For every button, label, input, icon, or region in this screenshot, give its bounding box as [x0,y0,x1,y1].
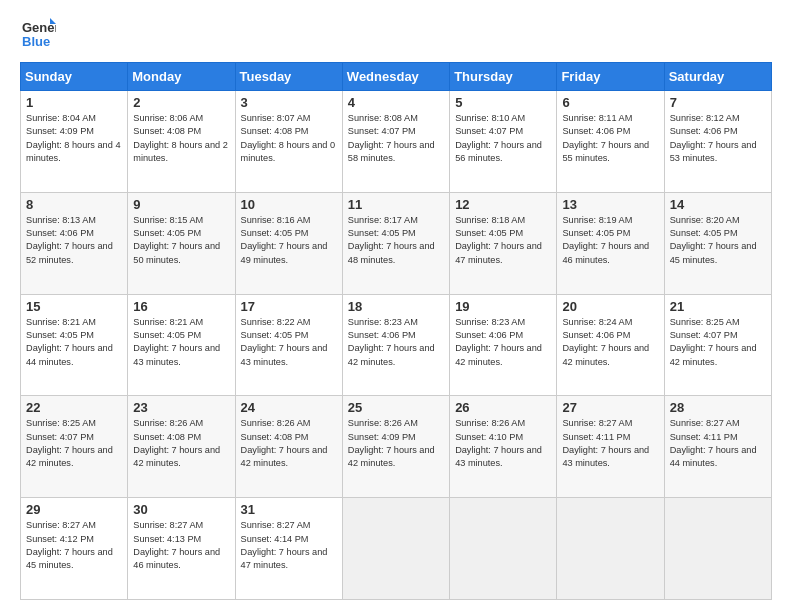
calendar-cell: 20Sunrise: 8:24 AMSunset: 4:06 PMDayligh… [557,294,664,396]
day-info: Sunrise: 8:17 AMSunset: 4:05 PMDaylight:… [348,214,444,267]
calendar-cell: 17Sunrise: 8:22 AMSunset: 4:05 PMDayligh… [235,294,342,396]
day-info: Sunrise: 8:08 AMSunset: 4:07 PMDaylight:… [348,112,444,165]
calendar-cell: 11Sunrise: 8:17 AMSunset: 4:05 PMDayligh… [342,192,449,294]
day-header-sunday: Sunday [21,63,128,91]
day-number: 29 [26,502,122,517]
calendar-cell: 19Sunrise: 8:23 AMSunset: 4:06 PMDayligh… [450,294,557,396]
day-number: 14 [670,197,766,212]
day-header-wednesday: Wednesday [342,63,449,91]
calendar-cell: 4Sunrise: 8:08 AMSunset: 4:07 PMDaylight… [342,91,449,193]
day-info: Sunrise: 8:11 AMSunset: 4:06 PMDaylight:… [562,112,658,165]
day-header-tuesday: Tuesday [235,63,342,91]
day-number: 4 [348,95,444,110]
day-number: 1 [26,95,122,110]
calendar-cell: 3Sunrise: 8:07 AMSunset: 4:08 PMDaylight… [235,91,342,193]
calendar-cell: 12Sunrise: 8:18 AMSunset: 4:05 PMDayligh… [450,192,557,294]
day-info: Sunrise: 8:20 AMSunset: 4:05 PMDaylight:… [670,214,766,267]
day-number: 8 [26,197,122,212]
svg-text:Blue: Blue [22,34,50,49]
day-header-monday: Monday [128,63,235,91]
day-info: Sunrise: 8:27 AMSunset: 4:11 PMDaylight:… [562,417,658,470]
day-info: Sunrise: 8:04 AMSunset: 4:09 PMDaylight:… [26,112,122,165]
day-info: Sunrise: 8:10 AMSunset: 4:07 PMDaylight:… [455,112,551,165]
day-header-thursday: Thursday [450,63,557,91]
calendar-header-row: SundayMondayTuesdayWednesdayThursdayFrid… [21,63,772,91]
day-number: 22 [26,400,122,415]
day-number: 21 [670,299,766,314]
day-info: Sunrise: 8:27 AMSunset: 4:12 PMDaylight:… [26,519,122,572]
day-number: 13 [562,197,658,212]
calendar-week-1: 8Sunrise: 8:13 AMSunset: 4:06 PMDaylight… [21,192,772,294]
day-info: Sunrise: 8:24 AMSunset: 4:06 PMDaylight:… [562,316,658,369]
calendar-cell: 6Sunrise: 8:11 AMSunset: 4:06 PMDaylight… [557,91,664,193]
calendar-cell: 5Sunrise: 8:10 AMSunset: 4:07 PMDaylight… [450,91,557,193]
calendar-cell: 2Sunrise: 8:06 AMSunset: 4:08 PMDaylight… [128,91,235,193]
calendar-cell [342,498,449,600]
day-number: 24 [241,400,337,415]
day-info: Sunrise: 8:26 AMSunset: 4:08 PMDaylight:… [241,417,337,470]
calendar-cell: 23Sunrise: 8:26 AMSunset: 4:08 PMDayligh… [128,396,235,498]
calendar-cell: 25Sunrise: 8:26 AMSunset: 4:09 PMDayligh… [342,396,449,498]
day-info: Sunrise: 8:21 AMSunset: 4:05 PMDaylight:… [133,316,229,369]
day-number: 19 [455,299,551,314]
day-header-friday: Friday [557,63,664,91]
day-number: 3 [241,95,337,110]
calendar-cell: 26Sunrise: 8:26 AMSunset: 4:10 PMDayligh… [450,396,557,498]
calendar-cell: 10Sunrise: 8:16 AMSunset: 4:05 PMDayligh… [235,192,342,294]
day-info: Sunrise: 8:26 AMSunset: 4:10 PMDaylight:… [455,417,551,470]
calendar-cell: 7Sunrise: 8:12 AMSunset: 4:06 PMDaylight… [664,91,771,193]
calendar-cell: 9Sunrise: 8:15 AMSunset: 4:05 PMDaylight… [128,192,235,294]
calendar-cell: 13Sunrise: 8:19 AMSunset: 4:05 PMDayligh… [557,192,664,294]
calendar-cell: 16Sunrise: 8:21 AMSunset: 4:05 PMDayligh… [128,294,235,396]
calendar-cell: 8Sunrise: 8:13 AMSunset: 4:06 PMDaylight… [21,192,128,294]
day-number: 20 [562,299,658,314]
calendar-cell [557,498,664,600]
page: General Blue SundayMondayTuesdayWednesda… [0,0,792,612]
day-number: 30 [133,502,229,517]
calendar-cell: 24Sunrise: 8:26 AMSunset: 4:08 PMDayligh… [235,396,342,498]
day-number: 27 [562,400,658,415]
day-number: 6 [562,95,658,110]
calendar-week-2: 15Sunrise: 8:21 AMSunset: 4:05 PMDayligh… [21,294,772,396]
day-info: Sunrise: 8:18 AMSunset: 4:05 PMDaylight:… [455,214,551,267]
calendar-cell: 14Sunrise: 8:20 AMSunset: 4:05 PMDayligh… [664,192,771,294]
calendar-cell [664,498,771,600]
day-info: Sunrise: 8:23 AMSunset: 4:06 PMDaylight:… [348,316,444,369]
calendar-week-4: 29Sunrise: 8:27 AMSunset: 4:12 PMDayligh… [21,498,772,600]
calendar-cell: 18Sunrise: 8:23 AMSunset: 4:06 PMDayligh… [342,294,449,396]
day-info: Sunrise: 8:16 AMSunset: 4:05 PMDaylight:… [241,214,337,267]
day-info: Sunrise: 8:25 AMSunset: 4:07 PMDaylight:… [26,417,122,470]
day-info: Sunrise: 8:13 AMSunset: 4:06 PMDaylight:… [26,214,122,267]
day-number: 18 [348,299,444,314]
day-number: 10 [241,197,337,212]
day-number: 12 [455,197,551,212]
calendar-cell: 30Sunrise: 8:27 AMSunset: 4:13 PMDayligh… [128,498,235,600]
day-info: Sunrise: 8:26 AMSunset: 4:09 PMDaylight:… [348,417,444,470]
day-number: 11 [348,197,444,212]
calendar-week-3: 22Sunrise: 8:25 AMSunset: 4:07 PMDayligh… [21,396,772,498]
header: General Blue [20,16,772,52]
day-number: 5 [455,95,551,110]
calendar-cell: 27Sunrise: 8:27 AMSunset: 4:11 PMDayligh… [557,396,664,498]
day-info: Sunrise: 8:22 AMSunset: 4:05 PMDaylight:… [241,316,337,369]
day-number: 2 [133,95,229,110]
day-info: Sunrise: 8:07 AMSunset: 4:08 PMDaylight:… [241,112,337,165]
day-number: 7 [670,95,766,110]
day-info: Sunrise: 8:21 AMSunset: 4:05 PMDaylight:… [26,316,122,369]
logo-svg: General Blue [20,16,56,52]
day-number: 17 [241,299,337,314]
calendar-cell: 15Sunrise: 8:21 AMSunset: 4:05 PMDayligh… [21,294,128,396]
calendar-cell: 1Sunrise: 8:04 AMSunset: 4:09 PMDaylight… [21,91,128,193]
day-info: Sunrise: 8:06 AMSunset: 4:08 PMDaylight:… [133,112,229,165]
calendar-table: SundayMondayTuesdayWednesdayThursdayFrid… [20,62,772,600]
logo: General Blue [20,16,56,52]
day-info: Sunrise: 8:15 AMSunset: 4:05 PMDaylight:… [133,214,229,267]
calendar-cell [450,498,557,600]
day-number: 15 [26,299,122,314]
calendar-cell: 31Sunrise: 8:27 AMSunset: 4:14 PMDayligh… [235,498,342,600]
day-info: Sunrise: 8:27 AMSunset: 4:14 PMDaylight:… [241,519,337,572]
calendar-cell: 28Sunrise: 8:27 AMSunset: 4:11 PMDayligh… [664,396,771,498]
day-number: 23 [133,400,229,415]
day-number: 25 [348,400,444,415]
day-info: Sunrise: 8:19 AMSunset: 4:05 PMDaylight:… [562,214,658,267]
